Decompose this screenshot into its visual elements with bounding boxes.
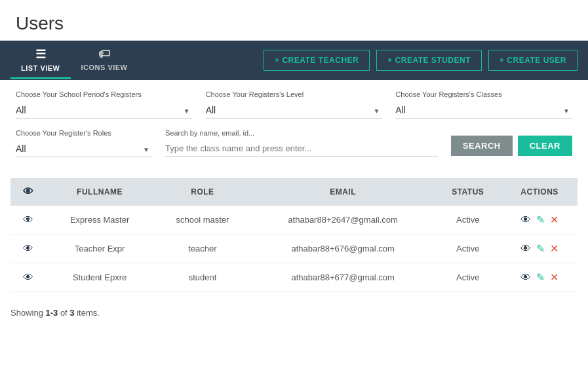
period-filter: Choose Your School Period's Registers Al… — [16, 90, 193, 119]
row-email: athabar88+676@gmal.com — [252, 234, 434, 263]
row-actions: 👁 ✎ ✕ — [501, 234, 578, 263]
action-delete-icon[interactable]: ✕ — [550, 271, 559, 284]
pagination-of: of — [58, 308, 69, 318]
list-view-icon: ☰ — [35, 47, 47, 62]
table-header-row: 👁 FULLNAME ROLE EMAIL STATUS ACTIONS — [10, 178, 578, 206]
create-user-button[interactable]: + CREATE USER — [488, 50, 578, 71]
row-role: teacher — [153, 234, 252, 263]
roles-filter-select[interactable]: All — [16, 141, 152, 157]
action-edit-icon[interactable]: ✎ — [536, 242, 545, 255]
tab-list-view-label: LIST VIEW — [21, 64, 60, 72]
pagination: Showing 1-3 of 3 items. — [0, 303, 588, 323]
search-label: Search by name, email, id... — [165, 129, 438, 137]
row-fullname: Student Epxre — [46, 263, 153, 292]
tab-icons-view[interactable]: 🏷 ICONS VIEW — [71, 42, 138, 79]
icons-view-icon: 🏷 — [98, 47, 111, 61]
pagination-total: 3 — [69, 308, 74, 318]
search-button[interactable]: SEARCH — [451, 136, 513, 156]
search-actions: SEARCH CLEAR — [451, 129, 572, 157]
col-fullname: FULLNAME — [46, 178, 153, 206]
row-fullname: Teacher Expr — [46, 234, 153, 263]
row-eye-icon: 👁 — [23, 272, 33, 283]
pagination-items: items. — [75, 308, 100, 318]
search-group: Search by name, email, id... — [165, 129, 438, 157]
col-role: ROLE — [153, 178, 252, 206]
row-eye-cell: 👁 — [10, 263, 46, 292]
create-student-button[interactable]: + CREATE STUDENT — [376, 50, 482, 71]
row-email: athabar88+2647@gmail.com — [252, 206, 434, 234]
table-row: 👁 Student Epxre student athabar88+677@gm… — [10, 263, 578, 292]
action-view-icon[interactable]: 👁 — [520, 272, 531, 284]
classes-filter: Choose Your Registers's Classes All — [395, 90, 572, 119]
col-eye: 👁 — [10, 178, 46, 206]
row-actions: 👁 ✎ ✕ — [501, 206, 578, 234]
col-email: EMAIL — [252, 178, 434, 206]
table-row: 👁 Express Master school master athabar88… — [10, 206, 578, 234]
roles-filter-label: Choose Your Register's Roles — [16, 129, 152, 137]
level-filter: Choose Your Registers's Level All — [206, 90, 383, 119]
top-bar: ☰ LIST VIEW 🏷 ICONS VIEW + CREATE TEACHE… — [0, 41, 588, 80]
action-delete-icon[interactable]: ✕ — [550, 242, 559, 255]
row-eye-icon: 👁 — [23, 243, 33, 254]
classes-filter-label: Choose Your Registers's Classes — [395, 90, 572, 98]
row-status: Active — [434, 234, 501, 263]
row-eye-icon: 👁 — [23, 214, 33, 225]
tab-list-view[interactable]: ☰ LIST VIEW — [10, 42, 71, 79]
action-view-icon[interactable]: 👁 — [520, 243, 531, 255]
row-role: student — [153, 263, 252, 292]
filter-row-2: Choose Your Register's Roles All Search … — [16, 129, 572, 157]
classes-filter-select[interactable]: All — [395, 102, 572, 119]
roles-filter: Choose Your Register's Roles All — [16, 129, 152, 157]
row-status: Active — [434, 263, 501, 292]
create-teacher-button[interactable]: + CREATE TEACHER — [264, 50, 370, 71]
tab-icons-view-label: ICONS VIEW — [81, 64, 128, 71]
users-table: 👁 FULLNAME ROLE EMAIL STATUS ACTIONS 👁 E… — [10, 178, 578, 292]
search-input[interactable] — [165, 141, 438, 157]
row-status: Active — [434, 206, 501, 234]
level-filter-select[interactable]: All — [206, 102, 383, 119]
header-eye-icon: 👁 — [23, 186, 34, 197]
row-role: school master — [153, 206, 252, 234]
table-row: 👁 Teacher Expr teacher athabar88+676@gma… — [10, 234, 578, 263]
action-edit-icon[interactable]: ✎ — [536, 214, 545, 226]
action-edit-icon[interactable]: ✎ — [536, 271, 545, 284]
action-delete-icon[interactable]: ✕ — [550, 214, 559, 226]
filter-row-1: Choose Your School Period's Registers Al… — [16, 90, 572, 119]
level-filter-label: Choose Your Registers's Level — [206, 90, 383, 98]
pagination-showing: Showing — [10, 308, 45, 318]
top-bar-actions: + CREATE TEACHER + CREATE STUDENT + CREA… — [264, 50, 578, 71]
row-eye-cell: 👁 — [10, 234, 46, 263]
pagination-range: 1-3 — [45, 308, 58, 318]
row-actions: 👁 ✎ ✕ — [501, 263, 578, 292]
page-title: Users — [0, 0, 588, 41]
filters-section: Choose Your School Period's Registers Al… — [0, 80, 588, 178]
row-fullname: Express Master — [46, 206, 153, 234]
period-filter-select[interactable]: All — [16, 102, 193, 119]
table-wrapper: 👁 FULLNAME ROLE EMAIL STATUS ACTIONS 👁 E… — [0, 178, 588, 303]
view-tabs: ☰ LIST VIEW 🏷 ICONS VIEW — [10, 42, 138, 79]
period-filter-label: Choose Your School Period's Registers — [16, 90, 193, 98]
col-status: STATUS — [434, 178, 501, 206]
row-eye-cell: 👁 — [10, 206, 46, 234]
col-actions: ACTIONS — [501, 178, 578, 206]
action-view-icon[interactable]: 👁 — [520, 214, 531, 226]
clear-button[interactable]: CLEAR — [518, 136, 572, 156]
row-email: athabar88+677@gmal.com — [252, 263, 434, 292]
